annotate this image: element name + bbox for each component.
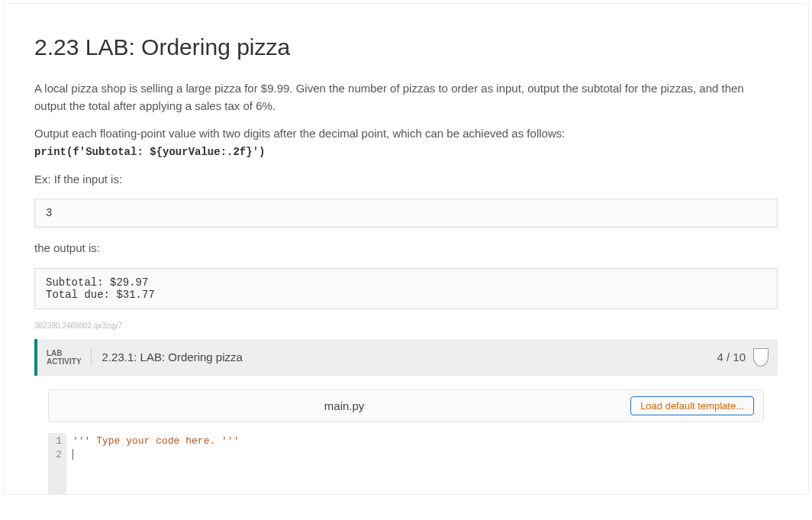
string-literal: ''' Type your code here. ''' bbox=[72, 435, 239, 447]
example-intro: Ex: If the input is: bbox=[34, 171, 778, 189]
lab-card: 2.23 LAB: Ordering pizza A local pizza s… bbox=[3, 3, 809, 495]
code-line-2[interactable] bbox=[72, 448, 239, 462]
activity-title: 2.23.1: LAB: Ordering pizza bbox=[102, 350, 717, 363]
activity-score: 4 / 10 bbox=[717, 350, 746, 363]
lab-tag-line2: ACTIVITY bbox=[47, 357, 82, 366]
load-template-button[interactable]: Load default template... bbox=[630, 396, 754, 415]
question-id: 382390.2469802.qx3zqy7 bbox=[34, 321, 778, 330]
shield-icon bbox=[753, 348, 768, 367]
lab-tag-line1: LAB bbox=[47, 349, 82, 357]
code-line-1[interactable]: ''' Type your code here. ''' bbox=[72, 434, 239, 448]
code-editor-panel: main.py Load default template... 1 2 '''… bbox=[48, 389, 764, 494]
example-input-box: 3 bbox=[34, 199, 778, 228]
code-lines[interactable]: ''' Type your code here. ''' bbox=[66, 433, 245, 494]
line-number-gutter: 1 2 bbox=[48, 433, 66, 494]
activity-bar: LAB ACTIVITY 2.23.1: LAB: Ordering pizza… bbox=[34, 339, 778, 376]
lab-activity-tag: LAB ACTIVITY bbox=[47, 349, 92, 366]
line-number: 1 bbox=[53, 434, 62, 448]
editor-header: main.py Load default template... bbox=[48, 389, 764, 422]
line-number: 2 bbox=[53, 448, 62, 462]
example-output-box: Subtotal: $29.97 Total due: $31.77 bbox=[34, 268, 778, 309]
filename-label: main.py bbox=[324, 399, 365, 412]
code-hint: print(f'Subtotal: ${yourValue:.2f}') bbox=[34, 146, 265, 158]
page-title: 2.23 LAB: Ordering pizza bbox=[34, 34, 778, 60]
code-editor[interactable]: 1 2 ''' Type your code here. ''' bbox=[48, 433, 764, 494]
output-intro: the output is: bbox=[34, 240, 778, 257]
description-paragraph-2: Output each floating-point value with tw… bbox=[34, 125, 778, 160]
text-cursor-icon bbox=[72, 449, 73, 460]
output-hint-text: Output each floating-point value with tw… bbox=[34, 127, 565, 140]
description-paragraph-1: A local pizza shop is selling a large pi… bbox=[34, 80, 778, 115]
